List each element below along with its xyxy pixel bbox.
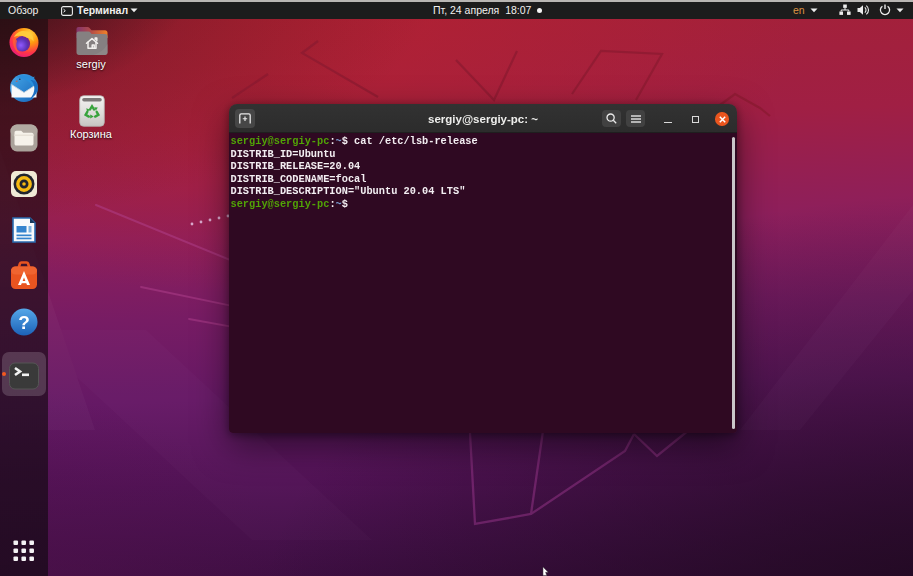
svg-text:?: ? <box>18 312 30 333</box>
